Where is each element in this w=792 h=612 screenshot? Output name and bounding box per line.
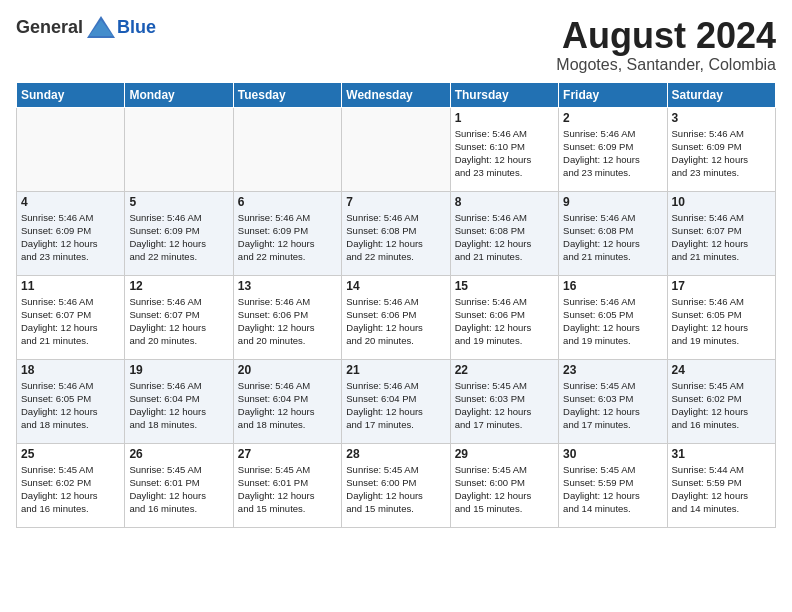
calendar-cell [342, 107, 450, 191]
month-title: August 2024 [556, 16, 776, 56]
calendar-cell: 20Sunrise: 5:46 AM Sunset: 6:04 PM Dayli… [233, 359, 341, 443]
day-number: 24 [672, 363, 771, 377]
day-number: 16 [563, 279, 662, 293]
day-info: Sunrise: 5:45 AM Sunset: 6:02 PM Dayligh… [21, 463, 120, 516]
day-info: Sunrise: 5:45 AM Sunset: 6:01 PM Dayligh… [129, 463, 228, 516]
day-info: Sunrise: 5:45 AM Sunset: 6:00 PM Dayligh… [455, 463, 554, 516]
day-info: Sunrise: 5:46 AM Sunset: 6:09 PM Dayligh… [21, 211, 120, 264]
day-info: Sunrise: 5:46 AM Sunset: 6:08 PM Dayligh… [455, 211, 554, 264]
calendar-week-row: 4Sunrise: 5:46 AM Sunset: 6:09 PM Daylig… [17, 191, 776, 275]
day-number: 29 [455, 447, 554, 461]
day-number: 21 [346, 363, 445, 377]
calendar-cell: 28Sunrise: 5:45 AM Sunset: 6:00 PM Dayli… [342, 443, 450, 527]
calendar-cell: 22Sunrise: 5:45 AM Sunset: 6:03 PM Dayli… [450, 359, 558, 443]
day-number: 30 [563, 447, 662, 461]
day-header-tuesday: Tuesday [233, 82, 341, 107]
day-number: 4 [21, 195, 120, 209]
logo: General Blue [16, 16, 156, 38]
svg-marker-1 [89, 20, 113, 36]
day-info: Sunrise: 5:46 AM Sunset: 6:05 PM Dayligh… [563, 295, 662, 348]
calendar-cell: 4Sunrise: 5:46 AM Sunset: 6:09 PM Daylig… [17, 191, 125, 275]
calendar-week-row: 11Sunrise: 5:46 AM Sunset: 6:07 PM Dayli… [17, 275, 776, 359]
calendar-cell: 24Sunrise: 5:45 AM Sunset: 6:02 PM Dayli… [667, 359, 775, 443]
day-info: Sunrise: 5:46 AM Sunset: 6:09 PM Dayligh… [563, 127, 662, 180]
calendar-cell: 15Sunrise: 5:46 AM Sunset: 6:06 PM Dayli… [450, 275, 558, 359]
day-info: Sunrise: 5:45 AM Sunset: 6:03 PM Dayligh… [563, 379, 662, 432]
day-header-wednesday: Wednesday [342, 82, 450, 107]
day-number: 31 [672, 447, 771, 461]
calendar-cell: 8Sunrise: 5:46 AM Sunset: 6:08 PM Daylig… [450, 191, 558, 275]
day-number: 14 [346, 279, 445, 293]
day-number: 15 [455, 279, 554, 293]
day-number: 18 [21, 363, 120, 377]
calendar-cell: 3Sunrise: 5:46 AM Sunset: 6:09 PM Daylig… [667, 107, 775, 191]
day-number: 27 [238, 447, 337, 461]
calendar-cell: 30Sunrise: 5:45 AM Sunset: 5:59 PM Dayli… [559, 443, 667, 527]
calendar-week-row: 25Sunrise: 5:45 AM Sunset: 6:02 PM Dayli… [17, 443, 776, 527]
day-info: Sunrise: 5:44 AM Sunset: 5:59 PM Dayligh… [672, 463, 771, 516]
day-info: Sunrise: 5:46 AM Sunset: 6:09 PM Dayligh… [672, 127, 771, 180]
calendar-cell: 12Sunrise: 5:46 AM Sunset: 6:07 PM Dayli… [125, 275, 233, 359]
calendar-cell: 21Sunrise: 5:46 AM Sunset: 6:04 PM Dayli… [342, 359, 450, 443]
day-info: Sunrise: 5:46 AM Sunset: 6:04 PM Dayligh… [346, 379, 445, 432]
calendar-cell: 18Sunrise: 5:46 AM Sunset: 6:05 PM Dayli… [17, 359, 125, 443]
calendar-cell [125, 107, 233, 191]
day-number: 17 [672, 279, 771, 293]
day-number: 6 [238, 195, 337, 209]
calendar-cell: 6Sunrise: 5:46 AM Sunset: 6:09 PM Daylig… [233, 191, 341, 275]
day-number: 7 [346, 195, 445, 209]
calendar-cell: 31Sunrise: 5:44 AM Sunset: 5:59 PM Dayli… [667, 443, 775, 527]
day-info: Sunrise: 5:46 AM Sunset: 6:06 PM Dayligh… [346, 295, 445, 348]
calendar-cell [233, 107, 341, 191]
day-info: Sunrise: 5:46 AM Sunset: 6:08 PM Dayligh… [346, 211, 445, 264]
day-number: 2 [563, 111, 662, 125]
calendar-header-row: SundayMondayTuesdayWednesdayThursdayFrid… [17, 82, 776, 107]
day-info: Sunrise: 5:46 AM Sunset: 6:09 PM Dayligh… [129, 211, 228, 264]
day-header-monday: Monday [125, 82, 233, 107]
day-header-sunday: Sunday [17, 82, 125, 107]
calendar-cell: 26Sunrise: 5:45 AM Sunset: 6:01 PM Dayli… [125, 443, 233, 527]
day-info: Sunrise: 5:46 AM Sunset: 6:08 PM Dayligh… [563, 211, 662, 264]
day-info: Sunrise: 5:45 AM Sunset: 6:03 PM Dayligh… [455, 379, 554, 432]
day-info: Sunrise: 5:46 AM Sunset: 6:07 PM Dayligh… [21, 295, 120, 348]
day-number: 10 [672, 195, 771, 209]
day-info: Sunrise: 5:46 AM Sunset: 6:05 PM Dayligh… [672, 295, 771, 348]
day-number: 1 [455, 111, 554, 125]
day-info: Sunrise: 5:46 AM Sunset: 6:04 PM Dayligh… [129, 379, 228, 432]
location: Mogotes, Santander, Colombia [556, 56, 776, 74]
calendar-cell: 27Sunrise: 5:45 AM Sunset: 6:01 PM Dayli… [233, 443, 341, 527]
calendar-cell: 29Sunrise: 5:45 AM Sunset: 6:00 PM Dayli… [450, 443, 558, 527]
page-header: General Blue August 2024 Mogotes, Santan… [16, 16, 776, 74]
day-header-saturday: Saturday [667, 82, 775, 107]
title-area: August 2024 Mogotes, Santander, Colombia [556, 16, 776, 74]
calendar-week-row: 1Sunrise: 5:46 AM Sunset: 6:10 PM Daylig… [17, 107, 776, 191]
calendar-week-row: 18Sunrise: 5:46 AM Sunset: 6:05 PM Dayli… [17, 359, 776, 443]
logo-general: General [16, 17, 83, 38]
logo-blue: Blue [117, 17, 156, 38]
calendar-cell: 14Sunrise: 5:46 AM Sunset: 6:06 PM Dayli… [342, 275, 450, 359]
day-number: 9 [563, 195, 662, 209]
calendar-cell: 11Sunrise: 5:46 AM Sunset: 6:07 PM Dayli… [17, 275, 125, 359]
day-info: Sunrise: 5:46 AM Sunset: 6:10 PM Dayligh… [455, 127, 554, 180]
day-info: Sunrise: 5:46 AM Sunset: 6:06 PM Dayligh… [238, 295, 337, 348]
day-info: Sunrise: 5:45 AM Sunset: 6:02 PM Dayligh… [672, 379, 771, 432]
day-number: 19 [129, 363, 228, 377]
day-info: Sunrise: 5:46 AM Sunset: 6:09 PM Dayligh… [238, 211, 337, 264]
calendar-cell: 2Sunrise: 5:46 AM Sunset: 6:09 PM Daylig… [559, 107, 667, 191]
calendar-table: SundayMondayTuesdayWednesdayThursdayFrid… [16, 82, 776, 528]
calendar-cell: 1Sunrise: 5:46 AM Sunset: 6:10 PM Daylig… [450, 107, 558, 191]
day-info: Sunrise: 5:46 AM Sunset: 6:06 PM Dayligh… [455, 295, 554, 348]
calendar-cell: 16Sunrise: 5:46 AM Sunset: 6:05 PM Dayli… [559, 275, 667, 359]
day-info: Sunrise: 5:46 AM Sunset: 6:04 PM Dayligh… [238, 379, 337, 432]
day-number: 25 [21, 447, 120, 461]
day-number: 12 [129, 279, 228, 293]
calendar-cell: 13Sunrise: 5:46 AM Sunset: 6:06 PM Dayli… [233, 275, 341, 359]
calendar-cell: 17Sunrise: 5:46 AM Sunset: 6:05 PM Dayli… [667, 275, 775, 359]
calendar-cell: 25Sunrise: 5:45 AM Sunset: 6:02 PM Dayli… [17, 443, 125, 527]
day-number: 26 [129, 447, 228, 461]
day-number: 8 [455, 195, 554, 209]
calendar-cell: 7Sunrise: 5:46 AM Sunset: 6:08 PM Daylig… [342, 191, 450, 275]
day-number: 13 [238, 279, 337, 293]
calendar-cell [17, 107, 125, 191]
day-number: 3 [672, 111, 771, 125]
